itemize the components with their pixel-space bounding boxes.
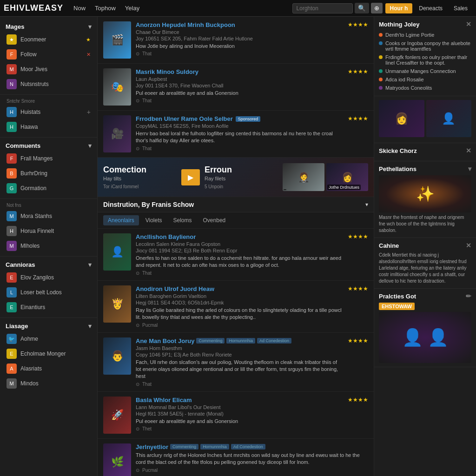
sidebar-item-eoonmeer[interactable]: ★ Eoonmeer ★ (0, 32, 97, 47)
featured-img-2[interactable]: 👩 Jothe Drdnutues (326, 163, 368, 191)
nav-tophow[interactable]: Tophow (90, 3, 120, 13)
sponsored-badge: Sponsored (236, 116, 261, 122)
nav-now[interactable]: Now (69, 3, 90, 13)
sidebar-item-moor-jives[interactable]: M Moor Jives (0, 62, 97, 77)
sidebar-item-burhrdring[interactable]: B BurhrDring (0, 166, 97, 181)
sidebar-item-elov[interactable]: E Elov Zangilos (0, 270, 97, 285)
close-icon-cahine[interactable]: ✕ (466, 242, 471, 249)
sidebar-item-icon-moor-jives: M (7, 64, 17, 74)
movie-meta-0: Joy 10651 SEX 205, Fahm Rater Fald Artie… (136, 36, 343, 41)
sidebar-item-label-mlholes: Mlholes (20, 243, 40, 249)
section-movie-title-4[interactable]: Jerlnyetlior (136, 443, 168, 450)
right-item-2[interactable]: Frdingfk fonlers oo oulry polner thalr I… (379, 53, 471, 67)
section-header[interactable]: Dinstrution, By Franis Schow ▾ (98, 197, 374, 212)
tab-ovenbed[interactable]: Ovenbed (198, 215, 231, 225)
section-movie-info-2: Ane Man Boot Joruy Commenting Hornunnnhi… (136, 337, 343, 387)
right-item-3[interactable]: Unmanate Manges Connection (379, 67, 471, 75)
sidebar-item-mlholes[interactable]: M Mlholes (0, 238, 97, 253)
section-movie-title-2[interactable]: Ane Man Boot Joruy (136, 337, 194, 344)
sidebar-item-gormation[interactable]: G Gormation (0, 181, 97, 196)
featured-title2[interactable]: Erroun (205, 165, 278, 175)
tab-aneonlairs[interactable]: Aneonlairs (103, 215, 139, 225)
edit-icon-pralcties[interactable]: ✏ (466, 292, 471, 300)
section-movie-meta-0: Jiocy 081 1994 SE2; Ej3 Re Both Renn Eop… (136, 248, 343, 253)
sidebar-item-label-moor-jives: Moor Jives (20, 66, 47, 73)
sidebar-item-horua[interactable]: H Horua Finnelt (0, 224, 97, 238)
featured-arrow-button[interactable]: ▶ (181, 169, 200, 185)
movie-thumb-0: 🎬 (103, 21, 131, 59)
sidebar-item-frall-manges[interactable]: F Frall Manges (0, 151, 97, 166)
movie-title-2[interactable]: Frrodben Ulner Rame Oole Selber (136, 115, 233, 122)
section-title: Dinstrution, By Franis Schow (103, 201, 194, 208)
sidebar-item-label-echolmae: Echolmae Monger (20, 350, 66, 357)
pralcties-subtitle-badge: EHSTOWAW (379, 303, 415, 310)
section-movie-title-1[interactable]: Anodiron Ulrof Juord Heaw (136, 285, 343, 292)
section-movie-right-0: ★★★★ (348, 233, 368, 240)
featured-title[interactable]: Comection (103, 165, 177, 175)
hour-h-button[interactable]: Hour h (385, 3, 413, 13)
close-icon-mothing[interactable]: ✕ (466, 20, 471, 28)
right-item-text-5: Matryodos Coneolits (385, 85, 432, 91)
sidebar-item-nutsnstruts[interactable]: N Nutsnstruts (0, 77, 97, 92)
sidebar-item-aohme[interactable]: 🐦 Aohme (0, 331, 97, 346)
magnify-button[interactable]: ⊕ (371, 3, 383, 13)
sidebar-item-alasriats[interactable]: A Alasriats (0, 361, 97, 376)
chevron-down-icon-3: ▾ (88, 261, 92, 268)
sidebar-item-loser[interactable]: L Loser belt Lodos (0, 285, 97, 300)
close-icon-pethellations[interactable]: ▾ (468, 165, 471, 172)
sidebar-item-mora[interactable]: M Mora Stanhs (0, 209, 97, 224)
right-item-5[interactable]: Matryodos Coneolits (379, 84, 471, 92)
close-icon-skicke[interactable]: ✕ (466, 147, 471, 154)
movie-title-0[interactable]: Anorzon Hepudel Mrinh Buckpoon (136, 21, 343, 28)
movie-thumb-icon-0: 🎬 (103, 21, 131, 59)
search-input[interactable] (292, 3, 353, 13)
right-item-1[interactable]: Cooks or Ingoba conpoy the aluebote wrtl… (379, 39, 471, 53)
sidebar-section-header-mages[interactable]: Mages ▾ (0, 20, 97, 32)
right-item-text-3: Unmanate Manges Connection (385, 68, 456, 74)
right-pethellations-title: Pethellations (379, 165, 416, 172)
search-icon-button[interactable]: 🔍 (355, 3, 369, 13)
tab-violets[interactable]: Violets (141, 215, 167, 225)
sidebar-section-header-commuents[interactable]: Commuents ▾ (0, 139, 97, 151)
section-movie-right-2: ★★★★ (348, 337, 368, 344)
sidebar-item-einantiurs[interactable]: E Einantiurs (0, 300, 97, 315)
movie-footer-2: ⊙ That (136, 146, 343, 151)
section-movie-footer-icon-0: ⊙ (136, 271, 139, 276)
sidebar-item-label-elov: Elov Zangilos (20, 274, 54, 281)
nav-yelay[interactable]: Yelay (120, 3, 144, 13)
deneacts-button[interactable]: Deneacts (414, 3, 447, 13)
sidebar-section-header-liasage[interactable]: Liasage ▾ (0, 320, 97, 331)
sidebar-item-follow[interactable]: F Follow ✕ (0, 47, 97, 62)
sidebar-item-icon-nutsnstruts: N (7, 79, 17, 89)
section-movie-footer-icon-1: ⊙ (136, 323, 139, 328)
sidebar-item-huistats[interactable]: H Huistats + (0, 105, 97, 119)
right-profile-image: 👩 (379, 100, 424, 137)
sales-button[interactable]: Sales (449, 3, 472, 13)
sidebar-item-echolmae[interactable]: E Echolmae Monger (0, 346, 97, 361)
movie-item-0: 🎬 Anorzon Hepudel Mrinh Buckpoon Chaae O… (98, 17, 374, 64)
sidebar-section-header-cannioras[interactable]: Cannioras ▾ (0, 258, 97, 270)
section-movie-footer-icon-2: ⊙ (136, 382, 139, 387)
right-item-4[interactable]: Adca iod Rosalie (379, 75, 471, 84)
movie-thumb-icon-1: 🎭 (103, 68, 131, 106)
right-section-skicke: Skicke Chorz ✕ (374, 143, 476, 161)
tab-seloms[interactable]: Seloms (169, 215, 197, 225)
section-movie-title-0[interactable]: Ancllishon Baylienor (136, 233, 343, 240)
section-movie-title-3[interactable]: Basla Whlor Elicam (136, 397, 343, 403)
sidebar-item-label-mindos: Mindos (20, 380, 39, 387)
right-cahine-text: Cdelk Merrtiet this al naoing j alsedoll… (379, 252, 471, 284)
featured-img-1[interactable]: 🤵 (283, 163, 324, 191)
featured-img-overlay-1 (284, 189, 286, 190)
sidebar-section-title-mages: Mages (6, 23, 24, 30)
right-item-0[interactable]: Denth'to Lgime Portie (379, 31, 471, 39)
sidebar-item-haawa[interactable]: H Haawa (0, 119, 97, 134)
sidebar-sublabel-sntchr: Sntchr Smore (0, 97, 97, 105)
tag-hornunnnhia-2: Hornunnnhia (200, 444, 229, 450)
sidebar-item-icon-loser: L (7, 287, 17, 298)
sidebar-item-mindos[interactable]: M Mindos (0, 376, 97, 391)
section-movie-item-3: 🚀 Basla Whlor Elicam Lann Momnal Bar Lib… (98, 392, 374, 439)
sidebar-item-icon-aohme: 🐦 (7, 334, 17, 344)
movie-title-1[interactable]: Masrik Minoo Suldory (136, 68, 343, 75)
section-movie-info-4: Jerlnyetlior Commenting Hornunnnhia Ad C… (136, 443, 368, 473)
plus-icon[interactable]: + (87, 108, 91, 116)
